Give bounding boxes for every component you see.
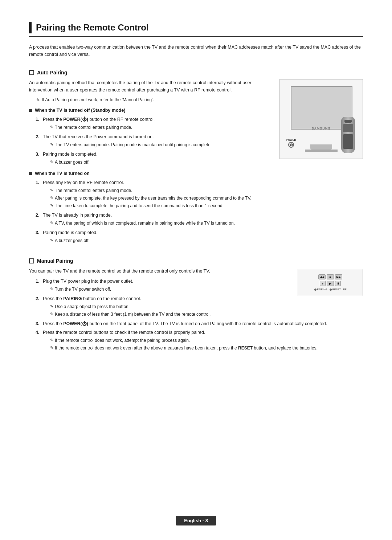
step-3-notes: ✎ A buzzer goes off. bbox=[50, 159, 272, 165]
note-3-text: A buzzer goes off. bbox=[55, 159, 90, 165]
standby-step-1: 1. Press the POWER(⏻) button on the RF r… bbox=[36, 116, 272, 132]
remote-control-image bbox=[340, 117, 356, 157]
manual-pairing-heading: Manual Pairing bbox=[29, 258, 363, 264]
tv-on-step-1-text: Press any key on the RF remote control. bbox=[43, 180, 124, 185]
tv-on-step-2-content: The TV is already in pairing mode. ✎ A T… bbox=[43, 212, 363, 228]
note-5-text: After paring is complete, the key presse… bbox=[55, 195, 252, 201]
pause-button: ⏸ bbox=[335, 281, 341, 286]
tv-on-note-2: ✎ After paring is complete, the key pres… bbox=[50, 195, 363, 201]
note-12-text: If the remote control does not work, att… bbox=[55, 337, 190, 344]
black-square-2 bbox=[29, 172, 32, 175]
checkbox-icon-2 bbox=[29, 258, 34, 263]
step-num-3: 3. bbox=[36, 151, 43, 158]
checkbox-icon bbox=[29, 70, 34, 75]
tv-on-note-5: ✎ A buzzer goes off. bbox=[50, 237, 363, 244]
manual-step-3: 3. Press the POWER(⏻) button on the fron… bbox=[36, 320, 363, 327]
manual-step-4: 4. Press the remote control buttons to c… bbox=[36, 329, 363, 352]
auto-pairing-note: ✎ If Auto Pairing does not work, refer t… bbox=[36, 97, 272, 103]
step-2-note-1: ✎ The TV enters pairing mode. Pairing mo… bbox=[50, 142, 272, 148]
step-1-notes: ✎ The remote control enters pairing mode… bbox=[50, 124, 272, 131]
manual-step-4-notes: ✎ If the remote control does not work, a… bbox=[50, 337, 363, 351]
step-2-text: The TV that receives the Power command i… bbox=[43, 134, 154, 139]
manual-step-num-4: 4. bbox=[36, 329, 43, 336]
tv-stand bbox=[310, 144, 332, 150]
manual-step-2-text: Press the PAIRING button on the remote c… bbox=[43, 296, 141, 301]
note-sym-6: ✎ bbox=[50, 202, 53, 209]
note-8-text: A buzzer goes off. bbox=[55, 237, 90, 244]
footer-badge: English - 8 bbox=[176, 516, 216, 525]
manual-step-num-1: 1. bbox=[36, 278, 43, 285]
tv-on-step-1-content: Press any key on the RF remote control. … bbox=[43, 179, 363, 210]
note-sym-4: ✎ bbox=[50, 187, 53, 193]
tv-on-note-4: ✎ A TV, the paring of which is not compl… bbox=[50, 220, 363, 226]
note-sym-7: ✎ bbox=[50, 220, 53, 226]
tv-on-step-1-notes: ✎ The remote control enters pairing mode… bbox=[50, 187, 363, 209]
manual-step-1-text: Plug the TV power plug into the power ou… bbox=[43, 279, 133, 284]
note-7-text: A TV, the paring of which is not complet… bbox=[55, 220, 235, 226]
tv-on-step-2: 2. The TV is already in pairing mode. ✎ … bbox=[36, 212, 363, 228]
tv-on-step-2-notes: ✎ A TV, the paring of which is not compl… bbox=[50, 220, 363, 226]
tv-image-box: SAMSUNG POWER ⏻ bbox=[279, 79, 363, 159]
note-4-text: The remote control enters pairing mode. bbox=[55, 187, 132, 194]
manual-step-2-content: Press the PAIRING button on the remote c… bbox=[43, 295, 290, 319]
tv-brand-label: SAMSUNG bbox=[312, 127, 331, 130]
manual-note-3: ✎ Keep a distance of less than 3 feet (1… bbox=[50, 311, 290, 318]
standby-step-2: 2. The TV that receives the Power comman… bbox=[36, 133, 272, 149]
tv-on-step-num-3: 3. bbox=[36, 229, 43, 236]
manual-step-4-text: Press the remote control buttons to chec… bbox=[43, 330, 205, 335]
note-6-text: The time taken to complete the pairing a… bbox=[55, 202, 224, 209]
pairing-label-row: PAIRING RESET RF bbox=[314, 288, 347, 291]
record-button: ● bbox=[320, 281, 326, 286]
manual-step-2: 2. Press the PAIRING button on the remot… bbox=[36, 295, 290, 319]
manual-note-2: ✎ Use a sharp object to press the button… bbox=[50, 303, 290, 310]
tv-on-step-1: 1. Press any key on the RF remote contro… bbox=[36, 179, 363, 210]
page-container: Pairing the Remote Control A process tha… bbox=[0, 0, 392, 540]
note-sym-9: ✎ bbox=[50, 286, 53, 292]
remote-screen bbox=[343, 124, 353, 132]
standby-step-3: 3. Pairing mode is completed. ✎ A buzzer… bbox=[36, 151, 272, 167]
manual-pairing-label: Manual Pairing bbox=[37, 258, 73, 264]
tv-on-heading: When the TV is turned on bbox=[29, 171, 363, 176]
manual-note-1: ✎ Turn the TV power switch off. bbox=[50, 286, 290, 292]
manual-step-4-content: Press the remote control buttons to chec… bbox=[43, 329, 363, 352]
manual-note-5: ✎ If the remote control does not work ev… bbox=[50, 345, 363, 351]
note-9-text: Turn the TV power switch off. bbox=[55, 286, 111, 292]
step-3-text: Pairing mode is completed. bbox=[43, 152, 98, 157]
remote-top-button bbox=[344, 120, 352, 123]
standby-mode-heading: When the TV is turned off (Standby mode) bbox=[29, 108, 272, 113]
note-icon-1: ✎ bbox=[36, 97, 40, 103]
note-sym-13: ✎ bbox=[50, 345, 53, 351]
auto-pairing-label: Auto Pairing bbox=[37, 70, 67, 75]
tv-on-step-num-1: 1. bbox=[36, 179, 43, 186]
note-sym-8: ✎ bbox=[50, 237, 53, 244]
tv-base bbox=[305, 150, 338, 152]
rf-label: RF bbox=[343, 288, 346, 291]
tv-on-step-3: 3. Pairing mode is completed. ✎ A buzzer… bbox=[36, 229, 363, 245]
black-square-1 bbox=[29, 109, 32, 112]
manual-step-1-content: Plug the TV power plug into the power ou… bbox=[43, 278, 290, 294]
button-row-1: ◀◀ ■ ▶▶ bbox=[318, 274, 342, 279]
reset-box: RESET bbox=[330, 288, 341, 291]
standby-mode-label: When the TV is turned off (Standby mode) bbox=[35, 108, 125, 113]
tv-on-step-2-text: The TV is already in pairing mode. bbox=[43, 213, 112, 218]
pairing-dot bbox=[314, 289, 317, 291]
step-1-text: Press the POWER(⏻) button on the RF remo… bbox=[43, 117, 155, 122]
tv-on-note-3: ✎ The time taken to complete the pairing… bbox=[50, 202, 363, 209]
tv-on-step-3-notes: ✎ A buzzer goes off. bbox=[50, 237, 363, 244]
note-10-text: Use a sharp object to press the button. bbox=[55, 303, 130, 310]
tv-on-step-num-2: 2. bbox=[36, 212, 43, 219]
power-button-area: POWER ⏻ bbox=[286, 139, 296, 148]
tv-remote-image: SAMSUNG POWER ⏻ bbox=[279, 79, 363, 159]
power-label: POWER bbox=[286, 139, 296, 141]
manual-step-1: 1. Plug the TV power plug into the power… bbox=[36, 278, 290, 294]
play-button: ▶ bbox=[327, 281, 334, 286]
note-sym-3: ✎ bbox=[50, 159, 53, 165]
tv-on-step-3-content: Pairing mode is completed. ✎ A buzzer go… bbox=[43, 229, 363, 245]
auto-pairing-note-text: If Auto Pairing does not work, refer to … bbox=[42, 97, 154, 103]
manual-step-num-2: 2. bbox=[36, 295, 43, 302]
reset-dot bbox=[330, 289, 332, 291]
note-13-text: If the remote control does not work even… bbox=[55, 345, 318, 351]
step-num-2: 2. bbox=[36, 133, 43, 140]
power-circle-icon: ⏻ bbox=[288, 142, 294, 148]
step-3-note-1: ✎ A buzzer goes off. bbox=[50, 159, 272, 165]
